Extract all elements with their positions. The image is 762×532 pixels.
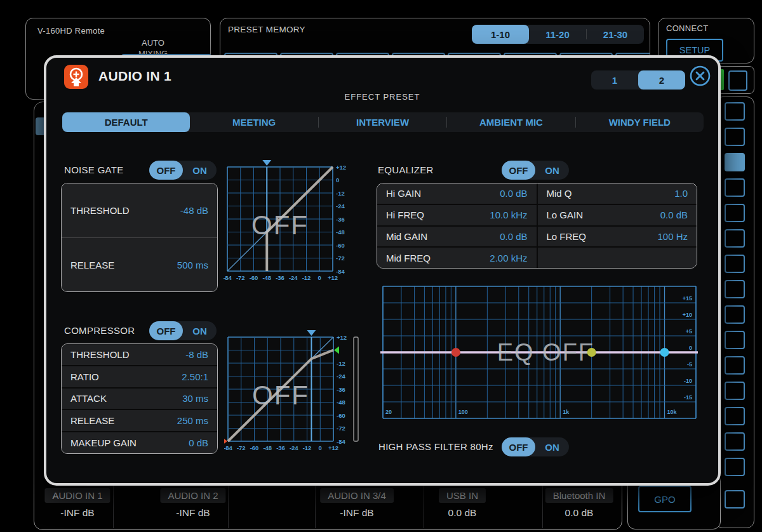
compressor-toggle-option-on[interactable]: ON [183,321,217,340]
side-button[interactable] [725,382,745,400]
param-row-makeup-gain[interactable]: MAKEUP GAIN0 dB [62,432,217,453]
preset-range-tab-11-20[interactable]: 11-20 [529,25,586,44]
svg-text:-36: -36 [337,386,345,393]
side-button[interactable] [725,102,745,121]
compressor-toggle-option-off[interactable]: OFF [149,321,183,340]
side-button[interactable] [725,280,745,298]
svg-text:-60: -60 [250,274,258,281]
channel-label-audio-in-1[interactable]: AUDIO IN 1 [44,488,110,503]
side-button[interactable] [725,356,745,375]
eq-off-overlay-text: EQ OFF [497,339,594,366]
param-row-hi-freq[interactable]: Hi FREQ10.0 kHz [377,205,537,227]
param-row-ratio[interactable]: RATIO2.50:1 [62,366,217,389]
svg-text:-48: -48 [262,274,271,281]
output-level-marker [334,347,339,354]
page-tab-1[interactable]: 1 [591,70,638,90]
side-button[interactable] [725,178,745,197]
svg-text:-24: -24 [337,373,345,380]
svg-text:10k: 10k [667,409,678,415]
eq-band-handle-mid[interactable] [587,348,596,357]
close-icon [697,72,704,79]
param-row-threshold[interactable]: THRESHOLD-8 dB [62,344,217,366]
noise-gate-params: THRESHOLD-48 dBRELEASE500 ms [61,183,218,292]
effect-preset-tab-meeting[interactable]: MEETING [190,112,318,132]
side-button[interactable] [725,204,745,222]
svg-text:-36: -36 [276,444,285,451]
svg-text:20: 20 [385,409,392,415]
side-button[interactable] [725,490,745,509]
svg-text:+5: +5 [686,328,692,335]
compressor-graph: OFF-84-72-60-48-36-24-120+12+12-12-24-36… [224,328,361,455]
effect-preset-tab-default[interactable]: DEFAULT [62,112,190,132]
equalizer-toggle-option-on[interactable]: ON [535,161,569,180]
side-button[interactable] [725,229,745,248]
gpo-button[interactable]: GPO [638,486,692,512]
param-label: THRESHOLD [70,205,130,216]
right-mini-panel [715,66,754,94]
svg-text:-60: -60 [337,412,345,419]
channel-label-audio-in-2[interactable]: AUDIO IN 2 [160,488,225,503]
svg-text:-12: -12 [336,190,345,197]
side-button[interactable] [725,407,745,425]
hpf-toggle-option-off[interactable]: OFF [502,437,535,456]
page-tab-2[interactable]: 2 [638,70,685,90]
hpf-toggle-option-on[interactable]: ON [535,437,569,456]
side-button[interactable] [725,255,745,273]
noise-gate-toggle-option-off[interactable]: OFF [149,161,183,180]
param-label: THRESHOLD [70,349,130,360]
side-button[interactable] [725,331,745,349]
eq-band-handle-hi[interactable] [660,348,669,357]
svg-text:0: 0 [336,176,339,183]
side-button[interactable] [725,432,745,451]
equalizer-toggle-option-off[interactable]: OFF [502,161,535,180]
param-row-mid-q[interactable]: Mid Q1.0 [538,183,697,205]
effect-preset-tab-ambient-mic[interactable]: AMBIENT MIC [447,112,575,132]
close-button[interactable] [690,65,711,86]
param-row-mid-gain[interactable]: Mid GAIN0.0 dB [377,227,537,248]
right-mini-button[interactable] [728,70,747,91]
channel-divider [315,480,316,528]
channel-divider [424,480,424,528]
side-button[interactable] [725,305,745,324]
preset-range-tab-21-30[interactable]: 21-30 [587,25,644,44]
svg-text:0: 0 [689,345,692,351]
param-value: 0.0 dB [500,188,527,199]
param-row-release[interactable]: RELEASE250 ms [62,410,217,432]
svg-text:+12: +12 [336,164,346,171]
svg-text:-24: -24 [289,274,298,281]
side-button[interactable] [725,458,745,476]
param-row-hi-gain[interactable]: Hi GAIN0.0 dB [377,183,537,205]
svg-text:+15: +15 [683,295,692,302]
svg-text:-48: -48 [337,399,345,406]
effect-preset-tab-windy-field[interactable]: WINDY FIELD [576,112,704,132]
svg-text:+12: +12 [328,274,338,281]
effect-preset-tab-interview[interactable]: INTERVIEW [319,112,446,132]
noise-gate-toggle-option-on[interactable]: ON [183,161,217,180]
eq-band-handle-lo[interactable] [451,348,460,357]
side-button[interactable] [725,128,745,146]
equalizer-params: Hi GAIN0.0 dBHi FREQ10.0 kHzMid GAIN0.0 … [377,183,697,269]
param-row-lo-freq[interactable]: Lo FREQ100 Hz [538,227,697,248]
channel-level: -INF dB [60,507,94,519]
channel-label-usb-in[interactable]: USB IN [439,488,486,503]
param-row-release[interactable]: RELEASE500 ms [62,238,217,291]
svg-text:-60: -60 [336,242,345,249]
noise-gate-graph: OFF-84-72-60-48-36-24-120+12+120-12-24-3… [224,158,357,285]
effect-preset-label: EFFECT PRESET [46,92,718,102]
side-button-selected[interactable] [725,153,745,171]
param-row-lo-gain[interactable]: Lo GAIN0.0 dB [538,205,697,227]
channel-label-audio-in-3-4[interactable]: AUDIO IN 3/4 [320,488,394,503]
channel-label-bluetooth-in[interactable]: Bluetooth IN [545,488,613,503]
param-label: Mid GAIN [386,231,427,242]
param-value: 0.0 dB [500,231,527,242]
param-row-mid-freq[interactable]: Mid FREQ2.00 kHz [377,248,537,268]
param-row-threshold[interactable]: THRESHOLD-48 dB [62,183,217,238]
preset-range-tab-1-10[interactable]: 1-10 [472,25,529,44]
param-row-attack[interactable]: ATTACK30 ms [62,389,217,411]
svg-text:-12: -12 [337,360,345,367]
audio-in-dialog: AUDIO IN 1 12 EFFECT PRESET DEFAULTMEETI… [44,55,721,486]
channel-level: 0.0 dB [448,507,477,519]
svg-text:-84: -84 [336,268,345,275]
noise-gate-toggle: OFFON [149,161,217,180]
param-label: Lo GAIN [547,209,584,220]
